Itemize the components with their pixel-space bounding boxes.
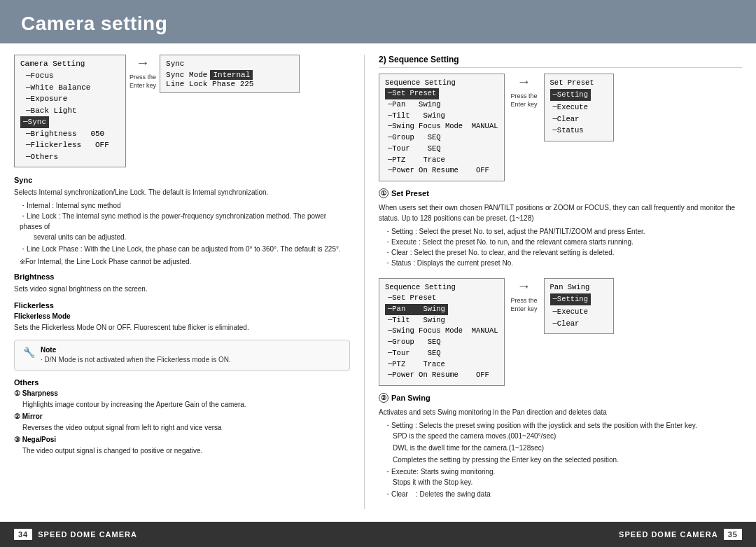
flickerless-title: Flickerless <box>14 301 350 310</box>
arrow-block-bottom-right: → Press the Enter key <box>511 278 538 313</box>
press-enter-text: Press the Enter key <box>130 74 156 90</box>
page-header: Camera setting <box>0 0 756 43</box>
sync-line2: Line Lock Phase 225 <box>166 80 293 88</box>
seq-item-pan-swing: ─Pan Swing <box>385 99 498 111</box>
sync-bullet-internal: ・Internal : Internal sync method <box>14 200 350 211</box>
seq-item-ptz: ─PTZ Trace <box>385 155 498 166</box>
footer-right-page: 35 <box>724 529 742 540</box>
arrow-right: → <box>136 55 150 71</box>
seq-bottom-power: ─Power On Resume OFF <box>385 370 498 381</box>
footer-left: 34 SPEED DOME CAMERA <box>14 529 137 540</box>
note-content: Note · D/N Mode is not activated when th… <box>41 346 231 365</box>
set-preset-bullet-setting: ・Setting : Select the preset No. to set,… <box>379 226 742 237</box>
menu-back-light: ─Back Light <box>20 105 120 117</box>
menu-flickerless: ─Flickerless OFF <box>20 139 120 151</box>
set-preset-box: Set Preset ─Setting ─Execute ─Clear ─Sta… <box>544 74 614 141</box>
page-title: Camera setting <box>21 13 735 35</box>
pan-swing-execute: ─Execute <box>550 306 608 318</box>
others-title: Others <box>14 378 350 387</box>
others-sharpness: ① Sharpness Highlights image contour by … <box>14 389 350 410</box>
flickerless-mode-desc: Sets the Flickerless Mode ON or OFF. Flu… <box>14 322 350 333</box>
sync-mode-line: Sync Mode Internal <box>166 70 293 80</box>
sync-note-internal: ※For Internal, the Line Lock Phase canno… <box>14 256 350 267</box>
brightness-desc: Sets video signal brightness on the scre… <box>14 284 350 294</box>
seq-item-tour: ─Tour SEQ <box>385 144 498 155</box>
pan-swing-complete: Completes the setting by pressing the En… <box>379 455 742 465</box>
sync-title: Sync <box>166 60 293 68</box>
seq-bottom-tour: ─Tour SEQ <box>385 348 498 359</box>
content-area: Camera Setting ─Focus ─White Balance ─Ex… <box>0 43 756 516</box>
seq-setting-box-bottom: Sequence Setting ─Set Preset ─Pan Swing … <box>379 278 505 386</box>
sharpness-desc: Highlights image contour by increasing t… <box>14 399 350 410</box>
note-text: · D/N Mode is not activated when the Fli… <box>41 355 231 365</box>
set-preset-bullet-status: ・Status : Displays the current preset No… <box>379 258 742 268</box>
pan-swing-spd: SPD is the speed the camera moves.(001~2… <box>379 431 742 441</box>
seq-bottom-pan-swing: ─Pan Swing <box>385 304 448 315</box>
brightness-title: Brightness <box>14 272 350 281</box>
footer-left-label: SPEED DOME CAMERA <box>38 530 137 539</box>
sync-mode-value: Internal <box>210 70 253 80</box>
page-footer: 34 SPEED DOME CAMERA SPEED DOME CAMERA 3… <box>0 522 756 547</box>
camera-setting-box: Camera Setting ─Focus ─White Balance ─Ex… <box>14 55 126 167</box>
sync-bullet-lockphase: ・Line Lock Phase : With the Line Lock, t… <box>14 244 350 254</box>
seq-bottom-tilt-swing: ─Tilt Swing <box>385 315 498 326</box>
mirror-title: ② Mirror <box>14 413 350 420</box>
set-preset-status: ─Status <box>550 125 608 137</box>
note-label: Note <box>41 346 231 354</box>
arrow-block-top-right: → Press the Enter key <box>511 74 538 109</box>
seq-bottom-set-preset: ─Set Preset <box>385 293 498 304</box>
seq-bottom-swing-focus: ─Swing Focus Mode MANUAL <box>385 326 498 337</box>
set-preset-clear: ─Clear <box>550 113 608 125</box>
seq-item-power-on: ─Power On Resume OFF <box>385 165 498 176</box>
press-enter-top: Press the Enter key <box>511 92 538 109</box>
seq-item-swing-focus: ─Swing Focus Mode MANUAL <box>385 121 498 132</box>
pan-swing-bullet-setting: ・Setting : Selects the preset swing posi… <box>379 420 742 431</box>
footer-right-label: SPEED DOME CAMERA <box>619 530 718 539</box>
sync-box: Sync Sync Mode Internal Line Lock Phase … <box>160 55 300 93</box>
seq-item-tilt-swing: ─Tilt Swing <box>385 111 498 122</box>
note-box: 🔧 Note · D/N Mode is not activated when … <box>14 340 350 371</box>
set-preset-box-title: Set Preset <box>550 78 608 87</box>
pan-swing-clear: ─Clear <box>550 318 608 330</box>
pan-swing-box-title: Pan Swing <box>550 283 608 291</box>
menu-brightness: ─Brightness 050 <box>20 128 120 140</box>
seq-title-top: Sequence Setting <box>385 78 498 87</box>
left-column: Camera Setting ─Focus ─White Balance ─Ex… <box>14 55 350 509</box>
seq-setting-box-top: Sequence Setting ─Set Preset ─Pan Swing … <box>379 74 505 181</box>
camera-setting-title: Camera Setting <box>20 60 120 68</box>
pan-swing-desc: Activates and sets Swing monitoring in t… <box>379 407 742 417</box>
pan-swing-box: Pan Swing ─Setting ─Execute ─Clear <box>544 278 614 334</box>
pan-swing-section: ② Pan Swing Activates and sets Swing mon… <box>379 393 742 499</box>
note-icon: 🔧 <box>23 347 35 358</box>
others-mirror: ② Mirror Reverses the video output signa… <box>14 413 350 433</box>
menu-others: ─Others <box>20 151 120 163</box>
camera-setting-diagram: Camera Setting ─Focus ─White Balance ─Ex… <box>14 55 350 167</box>
menu-focus: ─Focus <box>20 70 120 82</box>
arrow-right-bottom: → <box>517 278 531 294</box>
press-enter-bottom: Press the Enter key <box>511 297 538 313</box>
pan-swing-bullet-execute: ・Execute: Starts swing monitoring. <box>379 466 742 477</box>
seq-bottom-group: ─Group SEQ <box>385 337 498 348</box>
footer-left-page: 34 <box>14 529 32 540</box>
set-preset-title: Set Preset <box>391 189 429 198</box>
seq-item-group: ─Group SEQ <box>385 132 498 144</box>
pan-swing-bullet-clear: ・Clear : Deletes the swing data <box>379 489 742 499</box>
circle-2: ② <box>379 393 388 403</box>
pan-swing-num-title: ② Pan Swing <box>379 393 742 403</box>
pan-swing-title: Pan Swing <box>391 394 430 402</box>
footer-right: SPEED DOME CAMERA 35 <box>619 529 742 540</box>
set-preset-execute: ─Execute <box>550 102 608 113</box>
others-negaposi: ③ Nega/Posi The video output signal is c… <box>14 436 350 456</box>
set-preset-desc: When users set their own chosen PAN/TILT… <box>379 202 742 223</box>
sharpness-title: ① Sharpness <box>14 389 350 397</box>
sync-desc: Selects Internal synchronization/Line Lo… <box>14 187 350 198</box>
pan-swing-dwl: DWL is the dwell time for the camera.(1~… <box>379 443 742 453</box>
pan-swing-stop: Stops it with the Stop key. <box>379 477 742 487</box>
sync-bullet-linelock-cont: several units can be adjusted. <box>14 232 350 242</box>
circle-1: ① <box>379 188 388 198</box>
arrow-block: → Press the Enter key <box>130 55 156 90</box>
menu-sync: ─Sync <box>20 116 49 128</box>
mirror-desc: Reverses the video output signal from le… <box>14 422 350 433</box>
arrow-right-top: → <box>517 74 531 90</box>
set-preset-setting: ─Setting <box>550 89 591 101</box>
